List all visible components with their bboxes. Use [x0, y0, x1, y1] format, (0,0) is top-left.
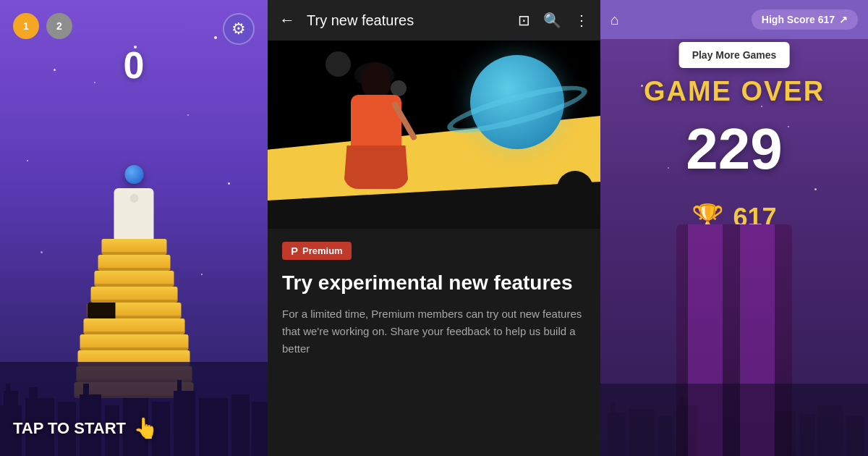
figure-skirt [344, 145, 409, 189]
search-icon[interactable]: 🔍 [543, 12, 561, 29]
share-icon: ↗ [839, 14, 848, 25]
article-title: Try experimental new features [282, 270, 586, 295]
back-button[interactable]: ← [279, 11, 295, 30]
tower-block-5 [87, 303, 181, 318]
svg-rect-20 [629, 409, 655, 456]
svg-rect-8 [83, 384, 89, 413]
score-display: 0 [124, 43, 145, 87]
svg-rect-18 [608, 413, 626, 456]
svg-rect-27 [846, 416, 864, 456]
figure-head [362, 62, 391, 98]
tower-block-6 [83, 318, 184, 334]
premium-p-icon: P [291, 245, 298, 257]
tower-block-7 [80, 334, 188, 350]
header-icons: ⊡ 🔍 ⋮ [518, 12, 589, 29]
decor-plant-3: ✿ [521, 193, 533, 211]
header-title: Try new features [307, 12, 506, 29]
article-image: ✿ ✿ ✿ [268, 41, 600, 229]
high-score-button[interactable]: High Score 617 ↗ [752, 9, 858, 30]
tower-block-1 [101, 239, 166, 255]
player1-badge: 1 [13, 13, 39, 39]
svg-rect-16 [252, 402, 268, 456]
city-silhouette [0, 362, 268, 456]
player2-badge: 2 [46, 13, 72, 39]
figure [340, 62, 412, 193]
tower-block-2 [98, 255, 170, 271]
game-over-text: GAME OVER [644, 76, 825, 107]
premium-badge: P Premium [282, 242, 352, 260]
final-score: 229 [686, 116, 782, 182]
premium-label: Premium [302, 245, 343, 256]
svg-rect-26 [817, 405, 843, 456]
tower-block-4 [90, 287, 177, 303]
svg-rect-23 [680, 397, 684, 415]
right-header: ⌂ High Score 617 ↗ [600, 0, 868, 39]
home-icon[interactable]: ⌂ [610, 12, 619, 28]
svg-rect-3 [6, 384, 10, 413]
svg-rect-12 [174, 391, 195, 456]
player-badges: 1 2 [13, 13, 72, 39]
tower-ball [124, 165, 143, 184]
play-more-popup[interactable]: Play More Games [679, 42, 790, 68]
svg-rect-25 [799, 414, 815, 456]
article-header: ← Try new features ⊡ 🔍 ⋮ [268, 0, 600, 41]
cast-icon[interactable]: ⊡ [518, 12, 530, 29]
svg-rect-24 [774, 411, 796, 456]
article-body: P Premium Try experimental new features … [268, 229, 600, 371]
right-panel: ⌂ High Score 617 ↗ Play More Games GAME … [600, 0, 868, 456]
right-city-silhouette [600, 384, 868, 456]
svg-rect-15 [231, 394, 250, 456]
decor-plant-2: ✿ [427, 202, 438, 218]
svg-rect-19 [610, 402, 615, 427]
svg-rect-22 [676, 405, 697, 456]
tap-label: TAP TO START [13, 419, 126, 438]
illus-asteroid [557, 171, 593, 207]
decor-plant-1: ✿ [297, 195, 310, 214]
more-icon[interactable]: ⋮ [574, 12, 589, 29]
gear-button[interactable]: ⚙ [223, 13, 255, 45]
article-body-text: For a limited time, Premium members can … [282, 305, 586, 358]
tower-block-3 [94, 271, 174, 287]
left-panel: 1 2 ⚙ 0 [0, 0, 268, 456]
svg-rect-13 [177, 380, 182, 402]
high-score-label: High Score 617 [762, 14, 835, 25]
middle-panel: ← Try new features ⊡ 🔍 ⋮ ✿ [268, 0, 600, 456]
tap-to-start[interactable]: TAP TO START 👆 [13, 416, 158, 440]
svg-rect-14 [199, 398, 228, 456]
hand-icon: 👆 [133, 416, 158, 440]
svg-rect-21 [658, 416, 673, 456]
